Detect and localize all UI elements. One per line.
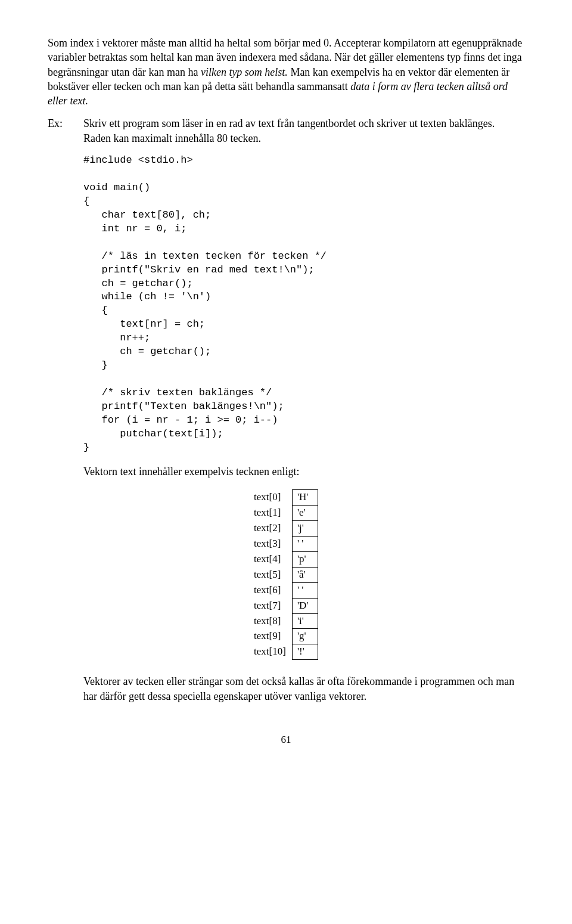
page-number: 61 <box>48 733 524 747</box>
table-row: text[5]'å' <box>254 567 318 582</box>
table-value-cell: 'å' <box>292 567 318 582</box>
table-value-cell: 'i' <box>292 613 318 629</box>
table-index-cell: text[9] <box>254 629 292 644</box>
table-index-cell: text[10] <box>254 644 292 660</box>
vector-table: text[0]'H'text[1]'e'text[2]'j'text[3]' '… <box>254 489 318 660</box>
table-row: text[0]'H' <box>254 490 318 506</box>
table-index-cell: text[8] <box>254 613 292 629</box>
table-index-cell: text[2] <box>254 520 292 536</box>
table-row: text[6]' ' <box>254 582 318 598</box>
table-row: text[1]'e' <box>254 505 318 520</box>
table-index-cell: text[1] <box>254 505 292 520</box>
table-value-cell: 'p' <box>292 551 318 567</box>
table-row: text[8]'i' <box>254 613 318 629</box>
intro-paragraph: Som index i vektorer måste man alltid ha… <box>48 36 524 108</box>
table-row: text[7]'D' <box>254 598 318 613</box>
intro-text-b: vilken typ som helst. <box>201 66 288 78</box>
table-row: text[3]' ' <box>254 536 318 551</box>
table-value-cell: ' ' <box>292 582 318 598</box>
table-value-cell: 'e' <box>292 505 318 520</box>
table-index-cell: text[7] <box>254 598 292 613</box>
table-value-cell: ' ' <box>292 536 318 551</box>
closing-paragraph: Vektorer av tecken eller strängar som de… <box>83 674 524 703</box>
table-index-cell: text[0] <box>254 490 292 506</box>
table-row: text[2]'j' <box>254 520 318 536</box>
table-value-cell: 'D' <box>292 598 318 613</box>
table-value-cell: '!' <box>292 644 318 660</box>
table-value-cell: 'g' <box>292 629 318 644</box>
table-row: text[4]'p' <box>254 551 318 567</box>
table-index-cell: text[5] <box>254 567 292 582</box>
example-block: Ex: Skriv ett program som läser in en ra… <box>48 116 524 145</box>
table-index-cell: text[4] <box>254 551 292 567</box>
table-row: text[9]'g' <box>254 629 318 644</box>
table-value-cell: 'H' <box>292 490 318 506</box>
example-label: Ex: <box>48 116 83 131</box>
table-row: text[10]'!' <box>254 644 318 660</box>
code-listing: #include <stdio.h> void main() { char te… <box>83 154 524 455</box>
table-value-cell: 'j' <box>292 520 318 536</box>
example-text: Skriv ett program som läser in en rad av… <box>83 116 524 145</box>
vector-table-wrapper: text[0]'H'text[1]'e'text[2]'j'text[3]' '… <box>48 489 524 660</box>
vector-intro-text: Vektorn text innehåller exempelvis teckn… <box>83 464 524 479</box>
table-index-cell: text[6] <box>254 582 292 598</box>
table-index-cell: text[3] <box>254 536 292 551</box>
